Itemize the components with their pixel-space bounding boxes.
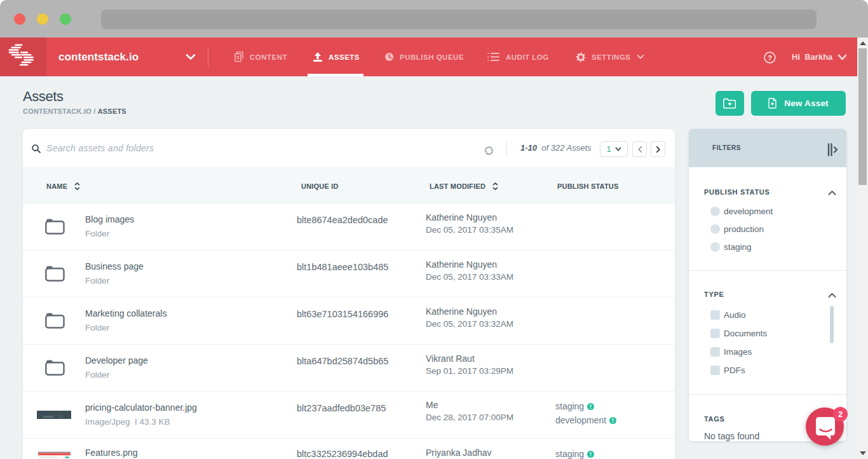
svg-text:?: ?	[768, 54, 772, 62]
